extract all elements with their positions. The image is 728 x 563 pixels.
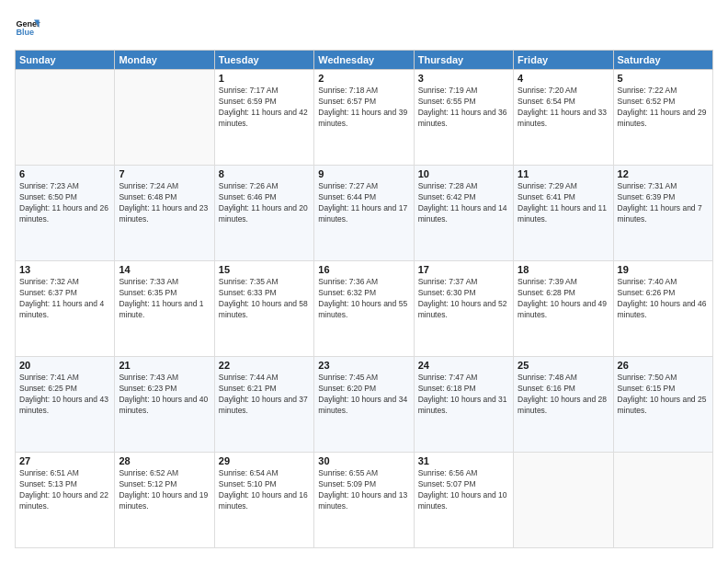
day-info: Sunrise: 7:37 AM Sunset: 6:30 PM Dayligh…: [418, 277, 509, 321]
day-info: Sunrise: 7:17 AM Sunset: 6:59 PM Dayligh…: [219, 86, 310, 130]
day-number: 30: [318, 455, 409, 466]
header: General Blue: [15, 15, 713, 40]
calendar-cell: 9Sunrise: 7:27 AM Sunset: 6:44 PM Daylig…: [314, 166, 414, 261]
calendar-cell: 2Sunrise: 7:18 AM Sunset: 6:57 PM Daylig…: [314, 70, 414, 166]
day-number: 3: [418, 73, 509, 84]
day-number: 29: [219, 455, 310, 466]
calendar-cell: 30Sunrise: 6:55 AM Sunset: 5:09 PM Dayli…: [314, 453, 414, 548]
page: General Blue SundayMondayTuesdayWednesda…: [0, 0, 728, 563]
day-info: Sunrise: 7:32 AM Sunset: 6:37 PM Dayligh…: [19, 277, 110, 321]
day-info: Sunrise: 7:41 AM Sunset: 6:25 PM Dayligh…: [19, 373, 110, 417]
calendar-cell: 7Sunrise: 7:24 AM Sunset: 6:48 PM Daylig…: [115, 166, 214, 261]
day-number: 11: [518, 168, 609, 179]
day-number: 18: [518, 264, 609, 275]
day-number: 6: [19, 168, 110, 179]
day-header-tuesday: Tuesday: [214, 51, 313, 70]
calendar-cell: 1Sunrise: 7:17 AM Sunset: 6:59 PM Daylig…: [214, 70, 313, 166]
calendar-cell: 20Sunrise: 7:41 AM Sunset: 6:25 PM Dayli…: [16, 357, 115, 453]
day-info: Sunrise: 7:27 AM Sunset: 6:44 PM Dayligh…: [318, 181, 409, 225]
svg-text:Blue: Blue: [16, 28, 34, 37]
calendar-cell: 11Sunrise: 7:29 AM Sunset: 6:41 PM Dayli…: [514, 166, 613, 261]
day-info: Sunrise: 7:31 AM Sunset: 6:39 PM Dayligh…: [618, 181, 709, 225]
day-info: Sunrise: 7:18 AM Sunset: 6:57 PM Dayligh…: [318, 86, 409, 130]
day-number: 23: [318, 360, 409, 371]
day-info: Sunrise: 7:43 AM Sunset: 6:23 PM Dayligh…: [119, 373, 210, 417]
day-number: 8: [219, 168, 310, 179]
day-number: 20: [19, 360, 110, 371]
calendar-cell: 13Sunrise: 7:32 AM Sunset: 6:37 PM Dayli…: [16, 261, 115, 357]
day-info: Sunrise: 7:47 AM Sunset: 6:18 PM Dayligh…: [418, 373, 509, 417]
day-number: 22: [219, 360, 310, 371]
day-info: Sunrise: 7:20 AM Sunset: 6:54 PM Dayligh…: [518, 86, 609, 130]
day-header-monday: Monday: [115, 51, 214, 70]
day-number: 10: [418, 168, 509, 179]
calendar-cell: 14Sunrise: 7:33 AM Sunset: 6:35 PM Dayli…: [115, 261, 214, 357]
calendar-cell: 3Sunrise: 7:19 AM Sunset: 6:55 PM Daylig…: [414, 70, 513, 166]
calendar-header-row: SundayMondayTuesdayWednesdayThursdayFrid…: [16, 51, 713, 70]
day-info: Sunrise: 6:55 AM Sunset: 5:09 PM Dayligh…: [318, 468, 409, 512]
calendar-cell: 8Sunrise: 7:26 AM Sunset: 6:46 PM Daylig…: [214, 166, 313, 261]
calendar-cell: [16, 70, 115, 166]
day-header-sunday: Sunday: [16, 51, 115, 70]
day-info: Sunrise: 7:40 AM Sunset: 6:26 PM Dayligh…: [618, 277, 709, 321]
calendar-cell: 26Sunrise: 7:50 AM Sunset: 6:15 PM Dayli…: [613, 357, 712, 453]
calendar-week-1: 1Sunrise: 7:17 AM Sunset: 6:59 PM Daylig…: [16, 70, 713, 166]
day-header-friday: Friday: [514, 51, 613, 70]
logo-icon: General Blue: [15, 15, 40, 40]
day-info: Sunrise: 7:19 AM Sunset: 6:55 PM Dayligh…: [418, 86, 509, 130]
calendar-week-5: 27Sunrise: 6:51 AM Sunset: 5:13 PM Dayli…: [16, 453, 713, 548]
calendar-week-4: 20Sunrise: 7:41 AM Sunset: 6:25 PM Dayli…: [16, 357, 713, 453]
logo: General Blue: [15, 15, 40, 40]
calendar-cell: 23Sunrise: 7:45 AM Sunset: 6:20 PM Dayli…: [314, 357, 414, 453]
day-number: 14: [119, 264, 210, 275]
day-number: 21: [119, 360, 210, 371]
calendar-cell: 19Sunrise: 7:40 AM Sunset: 6:26 PM Dayli…: [613, 261, 712, 357]
day-info: Sunrise: 6:51 AM Sunset: 5:13 PM Dayligh…: [19, 468, 110, 512]
day-number: 7: [119, 168, 210, 179]
day-info: Sunrise: 7:29 AM Sunset: 6:41 PM Dayligh…: [518, 181, 609, 225]
day-info: Sunrise: 7:24 AM Sunset: 6:48 PM Dayligh…: [119, 181, 210, 225]
day-info: Sunrise: 7:23 AM Sunset: 6:50 PM Dayligh…: [19, 181, 110, 225]
calendar-cell: 15Sunrise: 7:35 AM Sunset: 6:33 PM Dayli…: [214, 261, 313, 357]
day-number: 28: [119, 455, 210, 466]
calendar-cell: 17Sunrise: 7:37 AM Sunset: 6:30 PM Dayli…: [414, 261, 513, 357]
calendar-cell: 31Sunrise: 6:56 AM Sunset: 5:07 PM Dayli…: [414, 453, 513, 548]
calendar-cell: 5Sunrise: 7:22 AM Sunset: 6:52 PM Daylig…: [613, 70, 712, 166]
calendar-cell: 12Sunrise: 7:31 AM Sunset: 6:39 PM Dayli…: [613, 166, 712, 261]
calendar-cell: 29Sunrise: 6:54 AM Sunset: 5:10 PM Dayli…: [214, 453, 313, 548]
calendar-cell: 16Sunrise: 7:36 AM Sunset: 6:32 PM Dayli…: [314, 261, 414, 357]
day-header-wednesday: Wednesday: [314, 51, 414, 70]
calendar-week-2: 6Sunrise: 7:23 AM Sunset: 6:50 PM Daylig…: [16, 166, 713, 261]
calendar-cell: 24Sunrise: 7:47 AM Sunset: 6:18 PM Dayli…: [414, 357, 513, 453]
calendar-table: SundayMondayTuesdayWednesdayThursdayFrid…: [15, 50, 713, 548]
calendar-cell: 28Sunrise: 6:52 AM Sunset: 5:12 PM Dayli…: [115, 453, 214, 548]
day-info: Sunrise: 6:56 AM Sunset: 5:07 PM Dayligh…: [418, 468, 509, 512]
day-number: 1: [219, 73, 310, 84]
calendar-cell: 10Sunrise: 7:28 AM Sunset: 6:42 PM Dayli…: [414, 166, 513, 261]
day-info: Sunrise: 7:26 AM Sunset: 6:46 PM Dayligh…: [219, 181, 310, 225]
calendar-cell: 25Sunrise: 7:48 AM Sunset: 6:16 PM Dayli…: [514, 357, 613, 453]
day-number: 31: [418, 455, 509, 466]
day-info: Sunrise: 7:48 AM Sunset: 6:16 PM Dayligh…: [518, 373, 609, 417]
day-number: 24: [418, 360, 509, 371]
calendar-cell: [613, 453, 712, 548]
day-info: Sunrise: 7:35 AM Sunset: 6:33 PM Dayligh…: [219, 277, 310, 321]
calendar-cell: 18Sunrise: 7:39 AM Sunset: 6:28 PM Dayli…: [514, 261, 613, 357]
day-number: 16: [318, 264, 409, 275]
calendar-cell: [514, 453, 613, 548]
day-info: Sunrise: 7:45 AM Sunset: 6:20 PM Dayligh…: [318, 373, 409, 417]
day-number: 13: [19, 264, 110, 275]
day-number: 5: [618, 73, 709, 84]
day-number: 4: [518, 73, 609, 84]
day-number: 17: [418, 264, 509, 275]
day-header-thursday: Thursday: [414, 51, 513, 70]
day-number: 25: [518, 360, 609, 371]
calendar-cell: [115, 70, 214, 166]
day-info: Sunrise: 7:44 AM Sunset: 6:21 PM Dayligh…: [219, 373, 310, 417]
day-number: 26: [618, 360, 709, 371]
day-number: 27: [19, 455, 110, 466]
day-info: Sunrise: 7:22 AM Sunset: 6:52 PM Dayligh…: [618, 86, 709, 130]
day-number: 9: [318, 168, 409, 179]
day-info: Sunrise: 6:52 AM Sunset: 5:12 PM Dayligh…: [119, 468, 210, 512]
day-info: Sunrise: 7:33 AM Sunset: 6:35 PM Dayligh…: [119, 277, 210, 321]
